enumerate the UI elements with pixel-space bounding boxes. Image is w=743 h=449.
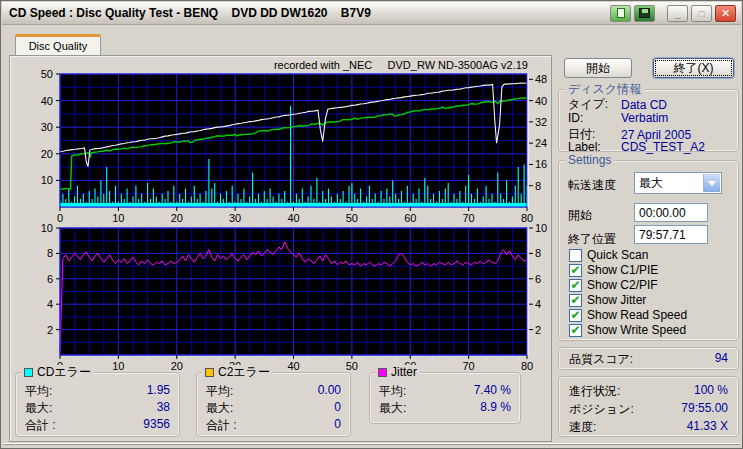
- jitter-max-label: 最大:: [379, 400, 406, 417]
- svg-text:20: 20: [171, 360, 183, 372]
- checkbox-show-read-speed[interactable]: ✔Show Read Speed: [569, 308, 687, 322]
- progress-label: 進行状況:: [569, 383, 620, 400]
- svg-text:32: 32: [535, 116, 547, 128]
- checkbox-box[interactable]: ✔: [569, 264, 582, 277]
- svg-text:40: 40: [41, 95, 53, 107]
- cd-error-stats-group: CDエラー 平均:1.95 最大:38 合計 :9356: [15, 372, 180, 437]
- focus-rect: [656, 61, 731, 75]
- disc-info-title: ディスク情報: [565, 82, 644, 96]
- svg-text:8: 8: [535, 180, 541, 192]
- svg-text:20: 20: [41, 148, 53, 160]
- svg-text:24: 24: [535, 137, 547, 149]
- cd-error-title: CDエラー: [37, 365, 91, 379]
- jitter-chart[interactable]: 01020304050607080108642108642: [14, 220, 549, 372]
- cd-max-label: 最大:: [25, 400, 52, 417]
- checkbox-box[interactable]: ✔: [569, 279, 582, 292]
- chevron-down-icon[interactable]: [703, 174, 720, 192]
- checkbox-label: Show Read Speed: [587, 308, 687, 322]
- position-label: ポジション:: [569, 401, 634, 418]
- svg-text:4: 4: [535, 298, 541, 310]
- end-pos-input[interactable]: 79:57.71: [634, 225, 708, 244]
- disc-id-value: Verbatim: [621, 111, 668, 125]
- quality-score-value: 94: [715, 351, 728, 368]
- svg-text:40: 40: [535, 95, 547, 107]
- start-pos-value: 00:00.00: [639, 206, 686, 220]
- cd-total-label: 合計 :: [25, 417, 56, 434]
- end-pos-label: 終了位置: [568, 231, 616, 248]
- progress-value: 100 %: [694, 383, 728, 400]
- position-value: 79:55.00: [681, 401, 728, 418]
- end-pos-value: 79:57.71: [639, 228, 686, 242]
- c2-total-label: 合計 :: [206, 417, 237, 434]
- checkbox-box[interactable]: [569, 249, 582, 262]
- checkbox-label: Show Write Speed: [587, 323, 686, 337]
- speed-label: 転送速度: [568, 177, 616, 194]
- checkbox-show-c2-pif[interactable]: ✔Show C2/PIF: [569, 278, 658, 292]
- title-bar[interactable]: CD Speed : Disc Quality Test - BENQ DVD …: [2, 2, 741, 25]
- tab-disc-quality[interactable]: Disc Quality: [15, 34, 101, 56]
- minimize-button[interactable]: _: [667, 5, 688, 22]
- speed-combobox[interactable]: 最大: [634, 172, 722, 194]
- start-pos-input[interactable]: 00:00.00: [634, 203, 708, 222]
- jitter-avg-label: 平均:: [379, 383, 406, 400]
- checkbox-label: Show C2/PIF: [587, 278, 658, 292]
- svg-text:10: 10: [112, 360, 124, 372]
- checkbox-label: Show C1/PIE: [587, 263, 658, 277]
- quality-score-label: 品質スコア:: [569, 351, 633, 368]
- checkbox-label: Show Jitter: [587, 293, 646, 307]
- c2-avg-value: 0.00: [318, 383, 341, 400]
- svg-text:16: 16: [535, 158, 547, 170]
- svg-text:48: 48: [535, 73, 547, 85]
- disc-id-label: ID:: [568, 111, 621, 125]
- c2-avg-label: 平均:: [206, 383, 233, 400]
- quality-chart[interactable]: 01020304050607080504030201048403224168: [14, 64, 549, 224]
- window-bottom-edge: [3, 443, 740, 445]
- app-window: CD Speed : Disc Quality Test - BENQ DVD …: [0, 0, 743, 449]
- cd-avg-label: 平均:: [25, 383, 52, 400]
- cd-total-value: 9356: [143, 417, 170, 434]
- cd-avg-value: 1.95: [147, 383, 170, 400]
- disc-label-label: Label:: [568, 140, 621, 154]
- floppy-icon: [639, 8, 650, 18]
- jitter-legend-swatch: [378, 368, 387, 377]
- save-disk-icon[interactable]: [634, 5, 655, 22]
- checkbox-show-write-speed[interactable]: ✔Show Write Speed: [569, 323, 686, 337]
- c2-total-value: 0: [334, 417, 341, 434]
- svg-text:10: 10: [41, 174, 53, 186]
- close-button[interactable]: ✕: [715, 5, 736, 22]
- svg-text:8: 8: [47, 247, 53, 259]
- window-title: CD Speed : Disc Quality Test - BENQ DVD …: [9, 6, 371, 20]
- svg-text:30: 30: [41, 121, 53, 133]
- jitter-stats-group: Jitter 平均:7.40 % 最大:8.9 %: [369, 372, 521, 424]
- svg-text:8: 8: [535, 247, 541, 259]
- c1-legend-swatch: [24, 368, 33, 377]
- disc-info-group: ディスク情報 タイプ:Data CD ID:Verbatim 日付:27 Apr…: [558, 89, 739, 152]
- copy-icon[interactable]: [610, 5, 631, 22]
- start-pos-label: 開始: [568, 207, 592, 224]
- checkbox-box[interactable]: ✔: [569, 324, 582, 337]
- exit-button[interactable]: 終了(X): [653, 58, 734, 78]
- c2-max-label: 最大:: [206, 400, 233, 417]
- svg-text:70: 70: [463, 360, 475, 372]
- jitter-avg-value: 7.40 %: [474, 383, 511, 400]
- c2-max-value: 0: [334, 400, 341, 417]
- jitter-max-value: 8.9 %: [480, 400, 511, 417]
- c2-error-stats-group: C2エラー 平均:0.00 最大:0 合計 :0: [196, 372, 351, 437]
- speed-readout-label: 速度:: [569, 419, 596, 436]
- disc-type-value: Data CD: [621, 98, 667, 112]
- checkbox-box[interactable]: ✔: [569, 294, 582, 307]
- progress-group: 進行状況:100 % ポジション:79:55.00 速度:41.33 X: [558, 376, 739, 437]
- start-button[interactable]: 開始: [564, 58, 632, 78]
- speed-readout-value: 41.33 X: [687, 419, 728, 436]
- quality-score-group: 品質スコア: 94: [558, 347, 739, 370]
- svg-text:4: 4: [47, 298, 53, 310]
- checkbox-box[interactable]: ✔: [569, 309, 582, 322]
- maximize-button[interactable]: □: [691, 5, 712, 22]
- svg-text:10: 10: [41, 222, 53, 234]
- jitter-title: Jitter: [391, 365, 417, 379]
- checkbox-show-jitter[interactable]: ✔Show Jitter: [569, 293, 646, 307]
- checkbox-quick-scan[interactable]: Quick Scan: [569, 248, 648, 262]
- checkbox-show-c1-pie[interactable]: ✔Show C1/PIE: [569, 263, 658, 277]
- svg-text:10: 10: [535, 222, 547, 234]
- disc-label-value: CDS_TEST_A2: [621, 140, 705, 154]
